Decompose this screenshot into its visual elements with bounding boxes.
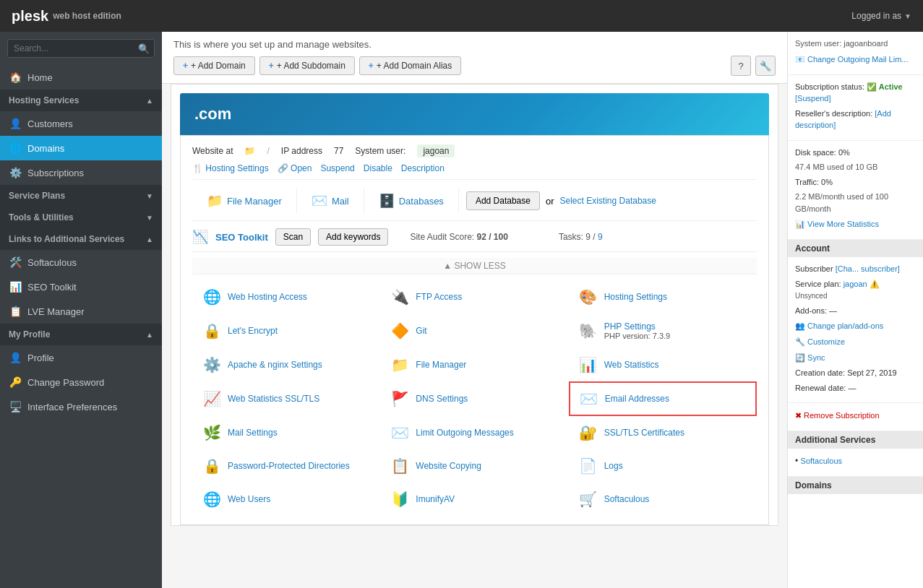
disable-link[interactable]: Disable bbox=[364, 163, 392, 173]
db-section: Add Database or Select Existing Database bbox=[466, 189, 656, 213]
change-outgoing-mail-link[interactable]: 📧 Change Outgoing Mail Lim... bbox=[795, 53, 916, 66]
service-email-addresses[interactable]: ✉️ Email Addresses bbox=[569, 381, 757, 416]
git-icon: 🔶 bbox=[390, 322, 410, 340]
suspend-subscription-link[interactable]: [Suspend] bbox=[795, 94, 831, 103]
add-database-button[interactable]: Add Database bbox=[466, 191, 540, 210]
service-plan-link[interactable]: jagoan bbox=[843, 280, 867, 288]
sidebar-item-change-password[interactable]: 🔑 Change Password bbox=[0, 370, 162, 394]
plus-icon-3: + bbox=[369, 61, 374, 71]
search-input[interactable] bbox=[7, 39, 155, 58]
service-apache-nginx[interactable]: ⚙️ Apache & nginx Settings bbox=[192, 348, 380, 381]
web-statistics-icon: 📊 bbox=[578, 356, 598, 373]
sidebar-item-customers[interactable]: 👤 Customers bbox=[0, 111, 162, 136]
databases-tool[interactable]: 🗄️ Databases bbox=[364, 189, 459, 213]
show-less-toggle[interactable]: ▲ SHOW LESS bbox=[192, 258, 757, 274]
add-subdomain-button[interactable]: + + Add Subdomain bbox=[259, 56, 355, 75]
lets-encrypt-label: Let's Encrypt bbox=[228, 326, 278, 336]
sidebar-section-hosting-services[interactable]: Hosting Services ▲ bbox=[0, 90, 162, 111]
service-git[interactable]: 🔶 Git bbox=[380, 314, 568, 348]
service-grid: 🌐 Web Hosting Access 🔌 FTP Access 🎨 Host… bbox=[192, 280, 757, 516]
open-link[interactable]: 🔗 Open bbox=[278, 163, 312, 173]
description-link[interactable]: Description bbox=[401, 163, 445, 173]
softaculous-svc-label: Softaculous bbox=[604, 494, 650, 504]
web-users-label: Web Users bbox=[228, 494, 270, 504]
sidebar-item-interface-prefs[interactable]: 🖥️ Interface Preferences bbox=[0, 394, 162, 419]
change-subscriber-link[interactable]: [Cha... subscriber] bbox=[836, 264, 900, 273]
sidebar-item-profile[interactable]: 👤 Profile bbox=[0, 345, 162, 370]
service-dns-settings[interactable]: 🚩 DNS Settings bbox=[380, 381, 568, 416]
file-manager-tool[interactable]: 📁 File Manager bbox=[192, 189, 297, 213]
change-password-icon: 🔑 bbox=[9, 376, 22, 388]
service-mail-settings[interactable]: 🌿 Mail Settings bbox=[192, 416, 380, 449]
service-web-statistics[interactable]: 📊 Web Statistics bbox=[569, 348, 757, 381]
subscriber-row: Subscriber [Cha... subscriber] bbox=[795, 263, 916, 275]
quick-tools: 📁 File Manager ✉️ Mail 🗄️ Databases Add … bbox=[192, 189, 757, 221]
service-hosting-settings[interactable]: 🎨 Hosting Settings bbox=[569, 280, 757, 314]
select-existing-link[interactable]: Select Existing Database bbox=[560, 196, 656, 206]
service-web-hosting-access[interactable]: 🌐 Web Hosting Access bbox=[192, 280, 380, 314]
add-domain-button[interactable]: + + Add Domain bbox=[173, 56, 255, 75]
seo-toolkit-icon: 📊 bbox=[9, 281, 22, 293]
softaculous-label: Softaculous bbox=[27, 257, 77, 268]
service-web-stats-ssl[interactable]: 📈 Web Statistics SSL/TLS bbox=[192, 381, 380, 416]
addons-row: Add-ons: — bbox=[795, 305, 916, 317]
add-domain-alias-button[interactable]: + + Add Domain Alias bbox=[359, 56, 461, 75]
service-ssl-tls[interactable]: 🔐 SSL/TLS Certificates bbox=[569, 416, 757, 449]
tasks-link[interactable]: 9 bbox=[598, 232, 603, 242]
service-ftp-access[interactable]: 🔌 FTP Access bbox=[380, 280, 568, 314]
customize-link[interactable]: 🔧 Customize bbox=[795, 335, 916, 348]
rp-disk-traffic: Disk space: 0% 47.4 MB used of 10 GB Tra… bbox=[788, 141, 923, 241]
ftp-access-icon: 🔌 bbox=[390, 288, 410, 306]
service-file-manager[interactable]: 📁 File Manager bbox=[380, 348, 568, 381]
add-description-link[interactable]: [Add description] bbox=[795, 109, 891, 130]
content-area: This is where you set up and manage webs… bbox=[162, 32, 787, 588]
search-box: 🔍 bbox=[0, 32, 162, 65]
seo-icon: 📉 bbox=[192, 229, 208, 245]
sidebar-item-softaculous[interactable]: 🛠️ Softaculous bbox=[0, 250, 162, 274]
remove-subscription-link[interactable]: ✖ Remove Subscription bbox=[795, 409, 916, 422]
service-softaculous[interactable]: 🛒 Softaculous bbox=[569, 483, 757, 516]
databases-icon: 🗄️ bbox=[379, 193, 395, 209]
service-lets-encrypt[interactable]: 🔒 Let's Encrypt bbox=[192, 314, 380, 348]
toolbar-buttons: + + Add Domain + + Add Subdomain + + Add… bbox=[173, 56, 776, 76]
hosting-settings-link[interactable]: 🍴 Hosting Settings bbox=[192, 163, 269, 173]
softaculous-icon: 🛠️ bbox=[9, 256, 22, 268]
sidebar-item-home[interactable]: 🏠 Home bbox=[0, 65, 162, 90]
databases-label: Databases bbox=[399, 196, 444, 207]
service-website-copying[interactable]: 📋 Website Copying bbox=[380, 449, 568, 483]
website-copying-icon: 📋 bbox=[390, 457, 410, 475]
view-stats-link[interactable]: 📊 View More Statistics bbox=[795, 217, 916, 230]
softaculous-additional-link[interactable]: • Softaculous bbox=[795, 454, 916, 467]
sidebar-item-domains[interactable]: 🌐 Domains bbox=[0, 136, 162, 160]
web-users-icon: 🌐 bbox=[202, 490, 222, 508]
sidebar-item-seo-toolkit[interactable]: 📊 SEO Toolkit bbox=[0, 274, 162, 299]
service-password-protected[interactable]: 🔒 Password-Protected Directories bbox=[192, 449, 380, 483]
add-keywords-button[interactable]: Add keywords bbox=[318, 228, 388, 246]
change-plan-link[interactable]: 👥 Change plan/add-ons bbox=[795, 319, 916, 332]
service-php-settings[interactable]: 🐘 PHP Settings PHP version: 7.3.9 bbox=[569, 314, 757, 348]
seo-toolkit-link[interactable]: SEO Toolkit bbox=[215, 232, 268, 243]
tasks-info: Tasks: 9 / 9 bbox=[559, 232, 603, 242]
file-manager-svc-icon: 📁 bbox=[390, 356, 410, 373]
unsynced-icon: ⚠️ bbox=[870, 280, 880, 288]
service-imunifyav[interactable]: 🔰 ImunifyAV bbox=[380, 483, 568, 516]
scan-button[interactable]: Scan bbox=[275, 228, 311, 246]
sidebar-section-links[interactable]: Links to Additional Services ▲ bbox=[0, 228, 162, 250]
sidebar-section-my-profile[interactable]: My Profile ▲ bbox=[0, 324, 162, 345]
mail-tool[interactable]: ✉️ Mail bbox=[297, 189, 364, 213]
sidebar-section-service-plans[interactable]: Service Plans ▼ bbox=[0, 185, 162, 207]
rp-subscription-status: Subscription status: ✅ Active [Suspend] … bbox=[788, 75, 923, 141]
settings-button[interactable]: 🔧 bbox=[755, 56, 776, 76]
php-version: PHP version: 7.3.9 bbox=[604, 332, 671, 340]
sidebar-item-lve-manager[interactable]: 📋 LVE Manager bbox=[0, 299, 162, 324]
help-button[interactable]: ? bbox=[731, 56, 751, 76]
service-limit-outgoing[interactable]: ✉️ Limit Outgoing Messages bbox=[380, 416, 568, 449]
suspend-link[interactable]: Suspend bbox=[320, 163, 354, 173]
sync-link[interactable]: 🔄 Sync bbox=[795, 351, 916, 364]
service-web-users[interactable]: 🌐 Web Users bbox=[192, 483, 380, 516]
service-logs[interactable]: 📄 Logs bbox=[569, 449, 757, 483]
sidebar-section-tools[interactable]: Tools & Utilities ▼ bbox=[0, 207, 162, 228]
rp-additional-services: • Softaculous bbox=[788, 449, 923, 477]
user-dropdown-arrow[interactable]: ▼ bbox=[904, 12, 911, 20]
sidebar-item-subscriptions[interactable]: ⚙️ Subscriptions bbox=[0, 160, 162, 185]
